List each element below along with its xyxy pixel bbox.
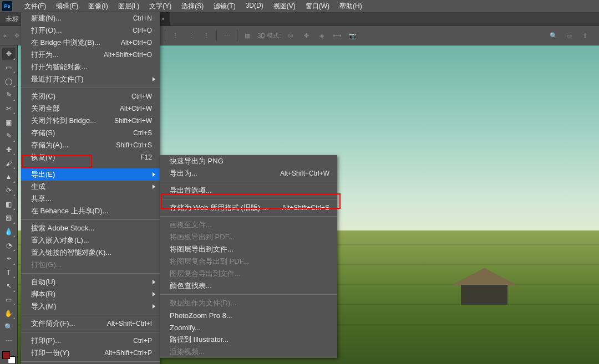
menu-item-打开为...[interactable]: 打开为...Alt+Shift+Ctrl+O [21, 49, 160, 61]
menu-item-关闭全部[interactable]: 关闭全部Alt+Ctrl+W [21, 102, 160, 115]
menu-item-最近打开文件(T)[interactable]: 最近打开文件(T) [21, 73, 160, 85]
menu-separator [21, 166, 160, 166]
menu-编辑(E)[interactable]: 编辑(E) [52, 0, 83, 13]
menu-item-label: 图层复合导出到文件... [170, 269, 241, 279]
menu-shortcut: Ctrl+W [131, 93, 152, 100]
clone-tool[interactable]: ▲ [2, 171, 16, 183]
orbit-icon[interactable]: ◎ [285, 30, 296, 41]
menu-item-存储(S)[interactable]: 存储(S)Ctrl+S [21, 127, 160, 139]
type-tool[interactable]: T [2, 266, 16, 279]
slide-icon[interactable]: ⟷ [332, 30, 343, 41]
menu-separator [21, 332, 160, 332]
shape-tool[interactable]: ▭ [2, 294, 16, 306]
menu-窗口(W)[interactable]: 窗口(W) [301, 0, 334, 13]
menu-item-在 Bridge 中浏览(B)...[interactable]: 在 Bridge 中浏览(B)...Alt+Ctrl+O [21, 37, 160, 49]
menu-item-导出首选项...[interactable]: 导出首选项... [160, 184, 337, 197]
brush-tool[interactable]: 🖌 [2, 157, 16, 170]
eyedropper-tool[interactable]: ✎ [2, 130, 16, 142]
quick-select-tool[interactable]: ✎ [2, 89, 16, 101]
align-to-icon[interactable]: ▦ [242, 30, 253, 41]
path-select-tool[interactable]: ↖ [2, 280, 16, 293]
gradient-tool[interactable]: ▨ [2, 212, 16, 224]
menu-item-打印一份(Y)[interactable]: 打印一份(Y)Alt+Shift+Ctrl+P [21, 347, 160, 359]
menu-item-Zoomify...[interactable]: Zoomify... [160, 321, 337, 334]
menu-item-存储为(A)...[interactable]: 存储为(A)...Shift+Ctrl+S [21, 139, 160, 151]
export-submenu-dropdown: 快速导出为 PNG导出为...Alt+Shift+Ctrl+W导出首选项...存… [160, 155, 337, 358]
menu-item-label: 数据组作为文件(D)... [170, 298, 236, 308]
menu-item-label: 导出为... [170, 168, 197, 178]
color-swatches[interactable] [2, 351, 16, 364]
search-icon[interactable]: 🔍 [548, 30, 559, 41]
edit-toolbar[interactable]: ⋯ [2, 335, 16, 347]
pen-tool[interactable]: ✒ [2, 253, 16, 265]
menu-3D(D)[interactable]: 3D(D) [241, 0, 268, 13]
distribute-v-icon[interactable]: ⋮ [185, 30, 196, 41]
menu-item-PhotoZoom Pro 8...[interactable]: PhotoZoom Pro 8... [160, 309, 337, 321]
menu-item-新建(N)...[interactable]: 新建(N)...Ctrl+N [21, 12, 160, 24]
hand-tool[interactable]: ✋ [2, 307, 16, 320]
menu-item-label: 最近打开文件(T) [31, 74, 84, 84]
expand-icon[interactable]: « [3, 32, 7, 39]
menu-item-打开为智能对象...[interactable]: 打开为智能对象... [21, 61, 160, 73]
frame-tool[interactable]: ▣ [2, 116, 16, 129]
distribute-icon[interactable]: ⋮ [201, 30, 212, 41]
menu-视图(V)[interactable]: 视图(V) [269, 0, 300, 13]
menu-item-存储为 Web 所用格式 (旧版) ...[interactable]: 存储为 Web 所用格式 (旧版) ...Alt+Shift+Ctrl+S [160, 202, 337, 214]
lasso-tool[interactable]: ◯ [2, 75, 16, 88]
menu-item-数据组作为文件(D)...: 数据组作为文件(D)... [160, 297, 337, 309]
menu-图层(L)[interactable]: 图层(L) [114, 0, 144, 13]
menu-item-路径到 Illustrator...[interactable]: 路径到 Illustrator... [160, 334, 337, 346]
menu-item-生成[interactable]: 生成 [21, 181, 160, 193]
menu-item-颜色查找表...[interactable]: 颜色查找表... [160, 280, 337, 292]
menu-item-关闭并转到 Bridge...[interactable]: 关闭并转到 Bridge...Shift+Ctrl+W [21, 115, 160, 127]
menu-item-导出(E)[interactable]: 导出(E) [21, 168, 160, 181]
menu-item-自动(U)[interactable]: 自动(U) [21, 276, 160, 288]
menu-文字(Y)[interactable]: 文字(Y) [145, 0, 176, 13]
menu-item-快速导出为 PNG[interactable]: 快速导出为 PNG [160, 155, 337, 167]
menu-item-打印(P)...[interactable]: 打印(P)...Ctrl+P [21, 335, 160, 347]
crop-tool[interactable]: ✂ [2, 102, 16, 115]
menu-item-打开(O)...[interactable]: 打开(O)...Ctrl+O [21, 24, 160, 37]
foreground-swatch[interactable] [2, 351, 10, 359]
menu-item-共享...[interactable]: 共享... [21, 193, 160, 205]
menu-item-导入(M)[interactable]: 导入(M) [21, 300, 160, 312]
menu-item-关闭(C)[interactable]: 关闭(C)Ctrl+W [21, 90, 160, 102]
menu-item-文件简介(F)...[interactable]: 文件简介(F)...Alt+Shift+Ctrl+I [21, 317, 160, 330]
file-menu-dropdown: 新建(N)...Ctrl+N打开(O)...Ctrl+O在 Bridge 中浏览… [21, 12, 160, 364]
menu-item-恢复(V)[interactable]: 恢复(V)F12 [21, 151, 160, 163]
menu-separator [160, 182, 337, 182]
submenu-arrow-icon [153, 172, 155, 177]
workspace-icon[interactable]: ▭ [564, 30, 575, 41]
menu-帮助(H)[interactable]: 帮助(H) [335, 0, 367, 13]
menu-item-置入嵌入对象(L)...[interactable]: 置入嵌入对象(L)... [21, 234, 160, 247]
menu-图像(I)[interactable]: 图像(I) [84, 0, 112, 13]
menu-shortcut: Ctrl+P [133, 337, 152, 345]
menu-选择(S)[interactable]: 选择(S) [177, 0, 208, 13]
hut-graphic [451, 268, 517, 307]
menu-separator [21, 315, 160, 315]
distribute-h-icon[interactable]: ⋮ [170, 30, 181, 41]
menu-item-在 Behance 上共享(D)...[interactable]: 在 Behance 上共享(D)... [21, 205, 160, 217]
menu-item-label: 自动(U) [31, 277, 55, 287]
pan-icon[interactable]: ✥ [301, 30, 312, 41]
zoom-tool[interactable]: 🔍 [2, 321, 16, 334]
menu-item-导出为...[interactable]: 导出为...Alt+Shift+Ctrl+W [160, 167, 337, 180]
move-tool[interactable]: ✥ [2, 48, 16, 60]
healing-tool[interactable]: ✚ [2, 143, 16, 156]
menu-文件(F)[interactable]: 文件(F) [20, 0, 50, 13]
dodge-tool[interactable]: ◔ [2, 239, 16, 252]
menu-item-脚本(R)[interactable]: 脚本(R) [21, 288, 160, 300]
eraser-tool[interactable]: ◧ [2, 198, 16, 211]
menu-item-搜索 Adobe Stock...[interactable]: 搜索 Adobe Stock... [21, 222, 160, 234]
share-icon[interactable]: ⇧ [579, 30, 590, 41]
menu-item-置入链接的智能对象(K)...[interactable]: 置入链接的智能对象(K)... [21, 247, 160, 259]
menu-滤镜(T)[interactable]: 滤镜(T) [209, 0, 240, 13]
menu-item-将图层导出到文件...[interactable]: 将图层导出到文件... [160, 243, 337, 255]
marquee-tool[interactable]: ▭ [2, 61, 16, 74]
camera-icon[interactable]: 📷 [347, 30, 358, 41]
history-brush-tool[interactable]: ⟳ [2, 184, 16, 197]
more-options-icon[interactable]: ⋯ [221, 30, 232, 41]
close-icon[interactable]: × [161, 16, 164, 22]
dolly-icon[interactable]: ◈ [316, 30, 327, 41]
blur-tool[interactable]: 💧 [2, 225, 16, 238]
